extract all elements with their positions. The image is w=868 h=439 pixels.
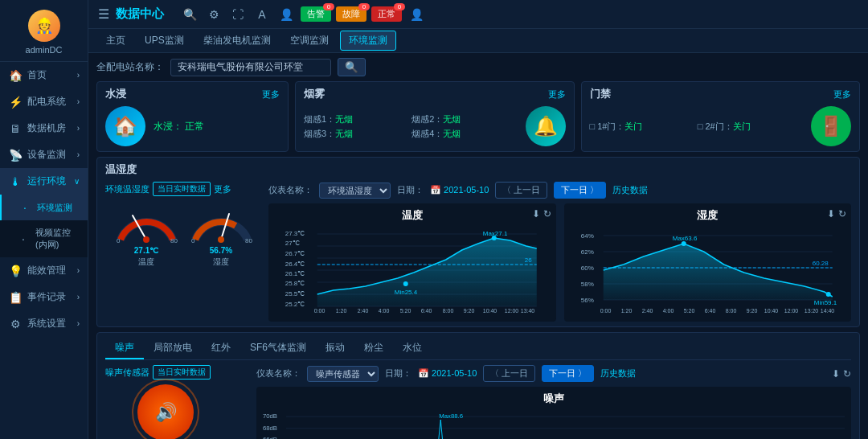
water-card: 水浸 更多 🏠 水浸： 正常 <box>96 81 289 152</box>
svg-text:64%: 64% <box>580 232 593 240</box>
noise-chart-controls: 仪表名称： 噪声传感器 日期： 📅 2021-05-10 〈 上一日 下一日 〉… <box>256 365 851 382</box>
svg-point-54 <box>825 292 830 297</box>
distribution-arrow: › <box>77 97 80 106</box>
smoke-card-more[interactable]: 更多 <box>548 88 566 101</box>
station-input[interactable] <box>170 59 331 76</box>
temp-download-icon[interactable]: ⬇ <box>532 208 540 220</box>
door-icon: 🚪 <box>811 106 851 146</box>
temp-more-btn[interactable]: 更多 <box>214 183 231 195</box>
noise-gauge: 🔊 噪声： 65.4dB <box>105 384 226 439</box>
prev-day-btn[interactable]: 〈 上一日 <box>495 182 547 199</box>
temp-refresh-icon[interactable]: ↻ <box>543 208 551 220</box>
datacenter-icon: 🖥 <box>8 122 23 135</box>
sidebar-item-settings[interactable]: ⚙ 系统设置 › <box>0 310 88 337</box>
noise-prev-day-btn[interactable]: 〈 上一日 <box>483 365 535 382</box>
sidebar-item-env[interactable]: · 环境监测 <box>0 195 88 220</box>
sidebar-item-runtime[interactable]: 🌡 运行环境 ∨ <box>0 168 88 195</box>
noise-sensor-select[interactable]: 噪声传感器 <box>307 366 379 382</box>
sub-tab-localelec[interactable]: 局部放电 <box>144 338 202 359</box>
sidebar-item-video[interactable]: · 视频监控(内网) <box>0 220 88 257</box>
door-card: 门禁 更多 □ 1#门：关门 □ 2#门：关门 🚪 <box>581 81 861 152</box>
noise-sensor-label: 噪声传感器 <box>105 367 149 379</box>
sub-tab-infrared[interactable]: 红外 <box>202 338 240 359</box>
expand-icon[interactable]: ⛶ <box>228 5 248 24</box>
noise-history-btn[interactable]: 历史数据 <box>600 367 636 380</box>
home-arrow: › <box>77 71 80 80</box>
door-card-more[interactable]: 更多 <box>833 88 851 101</box>
temp-gauge: 0 80 27.1℃ 温度 <box>113 199 181 268</box>
station-bar: 全配电站名称： 🔍 <box>96 58 860 76</box>
history-btn[interactable]: 历史数据 <box>612 184 648 196</box>
svg-text:26.1℃: 26.1℃ <box>285 270 305 277</box>
sidebar-item-power[interactable]: 💡 能效管理 › <box>0 257 88 284</box>
menu-icon[interactable]: ☰ <box>98 6 109 22</box>
humid-gauge: 0 80 56.7% 湿度 <box>187 199 256 268</box>
tab-env[interactable]: 环境监测 <box>340 31 396 51</box>
sub-tab-sf6[interactable]: SF6气体监测 <box>240 338 316 359</box>
device-arrow: › <box>77 150 80 159</box>
svg-text:Min25.4: Min25.4 <box>395 289 418 296</box>
noise-date-label: 日期： <box>385 367 411 380</box>
humid-gauge-svg: 0 80 <box>187 199 256 246</box>
user-icon[interactable]: 👤 <box>276 5 296 24</box>
sub-tab-water[interactable]: 水位 <box>393 338 432 359</box>
runtime-icon: 🌡 <box>8 175 23 188</box>
settings-arrow: › <box>77 319 80 328</box>
search-icon[interactable]: 🔍 <box>180 5 199 24</box>
sidebar-item-events[interactable]: 📋 事件记录 › <box>0 284 88 310</box>
humid-download-icon[interactable]: ⬇ <box>827 208 835 220</box>
topbar: ☰ 数据中心 🔍 ⚙ ⛶ A 👤 告警 0 故障 0 正常 0 👤 <box>88 0 868 29</box>
noise-date-value: 📅 2021-05-10 <box>418 368 477 379</box>
humidity-chart: ⬇ ↻ 湿度 64% 62% 60% 58% 56% <box>564 203 852 322</box>
svg-text:12:00: 12:00 <box>784 308 798 314</box>
smoke-card: 烟雾 更多 烟感1：无烟 烟感2：无烟 烟感3：无烟 烟感4：无烟 🔔 <box>295 81 575 152</box>
sensor-select[interactable]: 环境温湿度 <box>319 183 391 199</box>
next-day-btn[interactable]: 下一日 〉 <box>554 182 606 199</box>
status-warning-btn[interactable]: 故障 0 <box>336 6 366 22</box>
sidebar-item-home[interactable]: 🏠 首页 › <box>0 62 88 88</box>
noise-download-icon[interactable]: ⬇ <box>832 368 840 380</box>
svg-text:14:40: 14:40 <box>820 308 834 314</box>
water-card-title: 水浸 <box>105 87 126 101</box>
tab-home[interactable]: 主页 <box>98 31 133 50</box>
sidebar-item-device[interactable]: 📡 设备监测 › <box>0 142 88 168</box>
sidebar-item-datacenter[interactable]: 🖥 数据机房 › <box>0 115 88 142</box>
door-card-body: □ 1#门：关门 □ 2#门：关门 🚪 <box>590 106 852 146</box>
font-icon[interactable]: A <box>252 5 272 24</box>
sub-tab-noise[interactable]: 噪声 <box>105 338 144 359</box>
door-grid: □ 1#门：关门 □ 2#门：关门 <box>590 121 804 133</box>
humid-refresh-icon[interactable]: ↻ <box>838 208 846 220</box>
sub-tab-dust[interactable]: 粉尘 <box>354 338 393 359</box>
profile-icon[interactable]: 👤 <box>407 5 426 24</box>
realtime-badge: 当日实时数据 <box>153 182 211 196</box>
noise-next-day-btn[interactable]: 下一日 〉 <box>542 365 594 382</box>
water-card-info: 水浸： 正常 <box>154 120 280 133</box>
humid-gauge-label: 湿度 <box>213 256 229 268</box>
sidebar-item-distribution[interactable]: ⚡ 配电系统 › <box>0 88 88 115</box>
temp-gauge-value: 27.1℃ <box>134 246 158 255</box>
svg-text:25.5℃: 25.5℃ <box>285 290 305 297</box>
humid-gauge-value: 56.7% <box>210 246 232 255</box>
settings-topbar-icon[interactable]: ⚙ <box>204 5 223 24</box>
tab-ups[interactable]: UPS监测 <box>137 31 192 50</box>
sub-tab-vibration[interactable]: 振动 <box>316 338 354 359</box>
noise-sensor-ctrl-label: 仪表名称： <box>256 367 301 380</box>
temp-chart-title: 温度 <box>273 208 551 223</box>
tab-generator[interactable]: 柴油发电机监测 <box>195 31 279 50</box>
smoke-item-2: 烟感3：无烟 <box>304 128 409 140</box>
svg-text:9:20: 9:20 <box>746 308 757 314</box>
status-fault-btn[interactable]: 正常 0 <box>371 6 402 22</box>
water-card-more[interactable]: 更多 <box>262 88 280 101</box>
status-normal-btn[interactable]: 告警 0 <box>301 6 331 22</box>
svg-text:6:40: 6:40 <box>421 308 432 314</box>
events-arrow: › <box>77 293 80 302</box>
datacenter-arrow: › <box>77 124 80 133</box>
tab-ac[interactable]: 空调监测 <box>282 31 337 50</box>
svg-text:66dB: 66dB <box>263 436 277 439</box>
humid-chart-svg: 64% 62% 60% 58% 56% <box>569 226 847 314</box>
station-search-button[interactable]: 🔍 <box>338 58 366 76</box>
sensor-label: 仪表名称： <box>268 184 313 196</box>
noise-refresh-icon[interactable]: ↻ <box>843 368 851 380</box>
noise-chart-area: 仪表名称： 噪声传感器 日期： 📅 2021-05-10 〈 上一日 下一日 〉… <box>256 365 851 439</box>
noise-chart-svg: 70dB 68dB 66dB 64dB 62dB 60dB <box>261 409 846 439</box>
